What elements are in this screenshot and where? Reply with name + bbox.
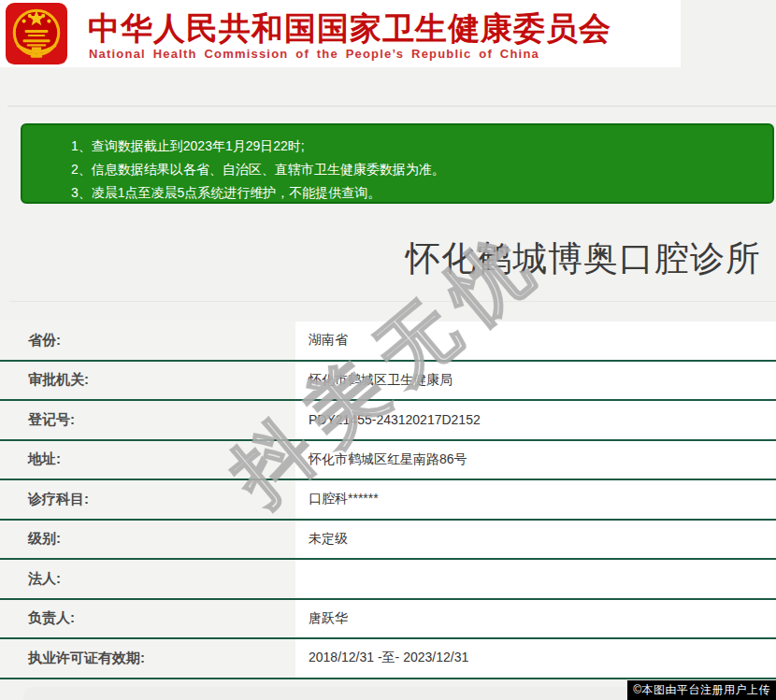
table-row-level: 级别: 未定级 [0,521,776,561]
result-table: 省份: 湖南省 审批机关: 怀化市鹤城区卫生健康局 登记号: PDY21455-… [0,321,776,679]
field-value: 湖南省 [295,321,776,360]
table-row-person-in-charge: 负责人: 唐跃华 [0,600,776,640]
query-result-page: 中华人民共和国国家卫生健康委员会 National Health Commiss… [0,0,776,700]
field-value: 口腔科****** [295,480,776,519]
field-label: 登记号: [0,401,295,439]
field-label: 执业许可证有效期: [0,639,295,678]
table-row-license-validity: 执业许可证有效期: 2018/12/31 -至- 2023/12/31 [0,639,776,679]
notice-line-2: 2、信息数据结果以各省、自治区、直辖市卫生健康委数据为准。 [71,158,763,181]
title-divider [9,301,776,302]
notice-line-1: 1、查询数据截止到2023年1月29日22时; [71,135,763,158]
field-value: 怀化市鹤城区红星南路86号 [295,441,776,479]
table-row-legal-person: 法人: [0,560,776,600]
notice-box: 1、查询数据截止到2023年1月29日22时; 2、信息数据结果以各省、自治区、… [21,123,774,204]
table-row-approval-authority: 审批机关: 怀化市鹤城区卫生健康局 [0,362,776,402]
institution-name: 怀化鹤城博奥口腔诊所 [406,236,761,282]
field-label: 法人: [0,560,295,598]
field-label: 审批机关: [0,362,295,400]
header-divider [7,106,776,107]
site-header: 中华人民共和国国家卫生健康委员会 National Health Commiss… [0,0,681,67]
table-row-registration-number: 登记号: PDY21455-243120217D2152 [0,401,776,441]
copyright-badge: ©本图由平台注册用户上传 [627,680,776,700]
table-row-address: 地址: 怀化市鹤城区红星南路86号 [0,441,776,481]
field-label: 负责人: [0,600,295,638]
table-row-treatment-subjects: 诊疗科目: 口腔科****** [0,480,776,521]
field-value: PDY21455-243120217D2152 [295,401,776,439]
china-national-emblem-icon [6,3,67,64]
field-value [295,560,776,598]
field-value: 2018/12/31 -至- 2023/12/31 [295,639,776,678]
field-label: 地址: [0,441,295,479]
field-label: 诊疗科目: [0,480,295,519]
field-value: 怀化市鹤城区卫生健康局 [295,362,776,400]
site-title-chinese: 中华人民共和国国家卫生健康委员会 [88,7,611,50]
field-value: 唐跃华 [295,600,776,638]
field-value: 未定级 [295,521,776,559]
notice-line-3: 3、凌晨1点至凌晨5点系统进行维护，不能提供查询。 [71,181,763,205]
field-label: 省份: [0,321,295,360]
site-title-english: National Health Commission of the People… [89,47,539,61]
field-label: 级别: [0,521,295,559]
table-row-province: 省份: 湖南省 [0,321,776,362]
